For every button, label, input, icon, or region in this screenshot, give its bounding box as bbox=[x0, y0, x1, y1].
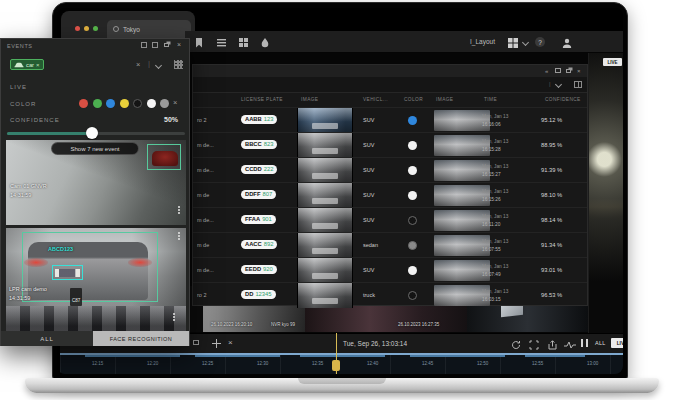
all-streams-button[interactable]: ALL bbox=[595, 340, 606, 346]
panel-dock-icon[interactable] bbox=[152, 42, 158, 48]
collapse-icon[interactable]: « bbox=[545, 68, 548, 74]
clear-selection-icon[interactable]: × bbox=[228, 338, 233, 347]
video-camera-label: NVR kyo 99 bbox=[271, 322, 295, 327]
time-cell: Mon, Jan 1316:03:15 bbox=[482, 288, 508, 304]
plate-image[interactable] bbox=[297, 108, 353, 133]
filter-clear-icon[interactable]: × bbox=[136, 60, 140, 69]
user-account-icon[interactable] bbox=[561, 37, 573, 48]
filter-dropdown-chevron-icon[interactable] bbox=[155, 62, 162, 69]
plate-image[interactable] bbox=[297, 183, 353, 208]
plate-image[interactable] bbox=[297, 283, 353, 308]
col-color[interactable]: COLOR bbox=[404, 97, 423, 102]
close-traffic-light[interactable] bbox=[75, 26, 80, 31]
plate-image[interactable] bbox=[297, 233, 353, 258]
color-filter-dot[interactable] bbox=[93, 99, 102, 108]
live-camera-tile[interactable] bbox=[588, 53, 623, 333]
view-grid-icon[interactable] bbox=[174, 60, 183, 69]
move-icon[interactable] bbox=[212, 339, 221, 348]
panel-icon[interactable] bbox=[193, 340, 199, 345]
color-filter-dot[interactable] bbox=[147, 99, 156, 108]
plate-image[interactable] bbox=[297, 208, 353, 233]
kebab-menu-icon[interactable] bbox=[178, 206, 180, 208]
table-row[interactable]: m de... EEDD920 SUV Mon, Jan 1316:07:49 … bbox=[193, 257, 587, 282]
maximize-traffic-light[interactable] bbox=[93, 26, 98, 31]
table-row[interactable]: m de... CCDD222 SUV Mon, Jan 1316:15:27 … bbox=[193, 157, 587, 182]
kebab-menu-icon[interactable] bbox=[178, 232, 180, 234]
help-glyph: ? bbox=[538, 39, 542, 46]
confidence-cell: 91.39 % bbox=[541, 167, 562, 173]
table-filter-bar: | bbox=[193, 77, 587, 93]
color-filter-dot[interactable] bbox=[120, 99, 129, 108]
layout-grid-icon[interactable] bbox=[237, 37, 249, 48]
camera-name-label: Cam 01 GNVR bbox=[10, 183, 47, 189]
col-confidence[interactable]: CONFIDENCE bbox=[545, 97, 581, 102]
license-plate-chip: AABB123 bbox=[241, 115, 277, 124]
monitor-icon[interactable] bbox=[555, 68, 561, 73]
layout-selector-grid-icon[interactable] bbox=[507, 37, 519, 48]
chip-remove-icon[interactable]: × bbox=[36, 62, 40, 68]
table-row[interactable]: ro 2 DD12345 truck Mon, Jan 1316:03:15 9… bbox=[193, 282, 587, 307]
confidence-slider-thumb[interactable] bbox=[86, 127, 98, 139]
plate-image[interactable] bbox=[297, 258, 353, 283]
license-plate-chip: AACC892 bbox=[241, 240, 277, 249]
plate-image[interactable] bbox=[297, 133, 353, 158]
popout-icon[interactable] bbox=[566, 69, 571, 73]
kebab-menu-icon[interactable] bbox=[173, 313, 175, 315]
live-button[interactable]: LIVE bbox=[611, 338, 623, 348]
panel-popout-icon[interactable] bbox=[164, 43, 169, 47]
detection-bounding-box bbox=[147, 144, 181, 170]
color-filter-dot[interactable] bbox=[79, 99, 88, 108]
sync-icon[interactable] bbox=[510, 339, 522, 350]
col-license-plate[interactable]: LICENSE PLATE bbox=[241, 97, 283, 102]
table-row[interactable]: ro 2 AABB123 SUV Mon, Jan 1316:16:06 95.… bbox=[193, 107, 587, 132]
tab-face-recognition[interactable]: FACE RECOGNITION bbox=[93, 331, 189, 346]
table-row[interactable]: m de... FFAA901 SUV Mon, Jan 1316:11:20 … bbox=[193, 207, 587, 232]
vehicle-type-cell: SUV bbox=[363, 117, 374, 123]
vehicle-filter-chip[interactable]: car × bbox=[10, 59, 44, 70]
col-vehicle[interactable]: VEHICL... bbox=[363, 97, 388, 102]
col-time[interactable]: TIME bbox=[484, 97, 497, 102]
tab-all[interactable]: ALL bbox=[1, 331, 93, 346]
playhead-handle[interactable] bbox=[332, 360, 340, 371]
time-cell: Mon, Jan 1316:16:06 bbox=[482, 113, 508, 129]
confidence-cell: 98.10 % bbox=[541, 192, 562, 198]
list-icon[interactable] bbox=[215, 37, 227, 48]
panel-close-icon[interactable]: × bbox=[177, 42, 181, 48]
col-image-1[interactable]: IMAGE bbox=[301, 97, 318, 102]
show-new-events-button[interactable]: Show 7 new event bbox=[51, 142, 139, 155]
table-row[interactable]: m de... BBCC823 SUV Mon, Jan 1316:15:28 … bbox=[193, 132, 587, 157]
vehicle-type-cell: SUV bbox=[363, 167, 374, 173]
layout-chevron-down-icon[interactable] bbox=[522, 39, 529, 46]
panel-layout-icon[interactable] bbox=[141, 42, 147, 48]
table-row[interactable]: m de DDFF807 SUV Mon, Jan 1316:15:26 98.… bbox=[193, 182, 587, 207]
col-image-2[interactable]: IMAGE bbox=[436, 97, 453, 102]
columns-icon[interactable] bbox=[574, 81, 582, 88]
minimize-traffic-light[interactable] bbox=[84, 26, 89, 31]
color-clear-icon[interactable]: × bbox=[173, 98, 177, 107]
timeline-ruler[interactable]: 12:1512:2012:2512:3012:3512:4012:4512:50… bbox=[60, 353, 623, 374]
drop-icon[interactable] bbox=[259, 37, 271, 48]
fullscreen-icon[interactable] bbox=[528, 339, 540, 350]
layout-selector-label[interactable]: I_Layout bbox=[470, 38, 495, 45]
export-icon[interactable] bbox=[546, 339, 558, 350]
table-window-titlebar: « × bbox=[193, 65, 587, 77]
timeline-tick-label: 12:40 bbox=[367, 361, 378, 366]
bookmark-icon[interactable] bbox=[193, 37, 205, 48]
color-filter-dot[interactable] bbox=[160, 99, 169, 108]
pause-button[interactable] bbox=[581, 339, 588, 347]
browser-tab-tokyo[interactable]: Tokyo bbox=[107, 20, 191, 38]
color-filter-dot[interactable] bbox=[133, 99, 142, 108]
motion-pulse-icon[interactable] bbox=[564, 339, 576, 350]
filter-chevron-down-icon[interactable] bbox=[555, 81, 562, 88]
color-filter-dot[interactable] bbox=[106, 99, 115, 108]
plate-image[interactable] bbox=[297, 158, 353, 183]
license-plate-chip: DD12345 bbox=[241, 290, 276, 299]
confidence-cell: 96.53 % bbox=[541, 292, 562, 298]
time-cell: Mon, Jan 1316:07:55 bbox=[482, 238, 508, 254]
close-icon[interactable]: × bbox=[577, 68, 581, 74]
table-row[interactable]: m de AACC892 sedan Mon, Jan 1316:07:55 9… bbox=[193, 232, 587, 257]
event-camera-thumbnail-2[interactable]: ABCD123 C87 LPR cam demo 14:31:59 bbox=[6, 228, 186, 306]
confidence-cell: 88.95 % bbox=[541, 142, 562, 148]
help-button[interactable]: ? bbox=[535, 37, 545, 47]
event-camera-thumbnail-3[interactable] bbox=[6, 306, 186, 331]
